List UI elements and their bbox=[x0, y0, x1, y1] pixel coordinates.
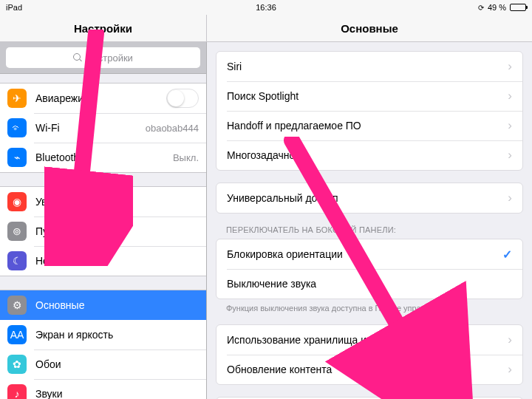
sidebar-icon: ◉ bbox=[7, 192, 27, 211]
sidebar-item-основные[interactable]: ⚙Основные bbox=[0, 290, 206, 320]
chevron-right-icon: › bbox=[508, 89, 512, 103]
detail-row-siri[interactable]: Siri› bbox=[216, 52, 522, 81]
clock: 16:36 bbox=[256, 3, 276, 12]
detail-row-label: Использование хранилища и iCloud bbox=[227, 334, 399, 346]
sidebar-item-label: Обои bbox=[35, 358, 61, 370]
toggle[interactable] bbox=[166, 89, 199, 108]
sidebar-item-label: Уведомления bbox=[35, 196, 100, 208]
detail-row-обновление-контента[interactable]: Обновление контента› bbox=[216, 355, 522, 384]
sidebar-item-уведомления[interactable]: ◉Уведомления bbox=[0, 187, 206, 216]
detail-title: Основные bbox=[207, 15, 532, 41]
detail-row-label: Блокировка ориентации bbox=[227, 248, 343, 260]
sidebar-item-авиарежим[interactable]: ✈Авиарежим bbox=[0, 83, 206, 113]
detail-row-label: Handoff и предлагаемое ПО bbox=[227, 120, 361, 132]
detail-pane: Siri›Поиск Spotlight›Handoff и предлагае… bbox=[207, 42, 532, 399]
sidebar-item-пункт-управления[interactable]: ⊚Пункт управления bbox=[0, 216, 206, 246]
detail-row-label: Универсальный доступ bbox=[227, 192, 338, 204]
sidebar-icon: AА bbox=[7, 325, 27, 344]
status-bar: iPad 16:36 ⟳ 49 % bbox=[0, 0, 532, 15]
detail-row-использование-хранилища-и-icloud[interactable]: Использование хранилища и iCloud› bbox=[216, 325, 522, 355]
rotation-lock-icon: ⟳ bbox=[478, 4, 484, 12]
chevron-right-icon: › bbox=[508, 332, 512, 347]
battery-percent: 49 % bbox=[488, 3, 506, 12]
sidebar-item-value: obaobab444 bbox=[146, 123, 199, 134]
sidebar-item-label: Экран и яркость bbox=[35, 329, 113, 341]
search-placeholder: Настройки bbox=[86, 52, 133, 64]
battery-icon bbox=[510, 4, 526, 11]
sidebar-icon: ✈ bbox=[7, 89, 27, 108]
search-icon bbox=[73, 53, 82, 62]
chevron-right-icon: › bbox=[508, 148, 512, 163]
sidebar-item-звуки[interactable]: ♪Звуки bbox=[0, 379, 206, 399]
header-bar: Настройки Основные bbox=[0, 15, 532, 42]
chevron-right-icon: › bbox=[508, 118, 512, 133]
sidebar-item-label: Пункт управления bbox=[35, 225, 123, 237]
sidebar-title: Настройки bbox=[0, 15, 207, 41]
section-header-switch: ПЕРЕКЛЮЧАТЕЛЬ НА БОКОВОЙ ПАНЕЛИ: bbox=[226, 225, 523, 234]
detail-row-label: Поиск Spotlight bbox=[227, 90, 299, 102]
detail-row-блокировка-ориентации[interactable]: Блокировка ориентации✓ bbox=[216, 239, 522, 269]
detail-row-label: Многозадачность bbox=[227, 149, 310, 161]
device-label: iPad bbox=[6, 3, 22, 12]
sidebar-icon: ⊚ bbox=[7, 222, 27, 241]
detail-row-label: Обновление контента bbox=[227, 364, 332, 375]
sidebar-item-label: Звуки bbox=[35, 388, 63, 399]
sidebar-item-экран-и-яркость[interactable]: AАЭкран и яркость bbox=[0, 320, 206, 349]
checkmark-icon: ✓ bbox=[502, 248, 512, 262]
detail-row-поиск-spotlight[interactable]: Поиск Spotlight› bbox=[216, 81, 522, 111]
sidebar-item-label: Основные bbox=[35, 299, 84, 311]
chevron-right-icon: › bbox=[508, 191, 512, 205]
sidebar-icon: ✿ bbox=[7, 355, 27, 374]
chevron-right-icon: › bbox=[508, 59, 512, 74]
chevron-right-icon: › bbox=[508, 362, 512, 377]
sidebar-item-обои[interactable]: ✿Обои bbox=[0, 349, 206, 379]
sidebar-item-wi-fi[interactable]: ᯤWi-Fiobaobab444 bbox=[0, 113, 206, 143]
sidebar: Настройки ✈АвиарежимᯤWi-Fiobaobab444⌁Blu… bbox=[0, 42, 207, 399]
detail-row-label: Siri bbox=[227, 61, 242, 72]
sidebar-item-label: Не беспокоить bbox=[35, 255, 106, 267]
detail-row-label: Выключение звука bbox=[227, 278, 316, 290]
sidebar-icon: ♪ bbox=[7, 384, 27, 399]
detail-row-handoff-и-предлагаемое-по[interactable]: Handoff и предлагаемое ПО› bbox=[216, 111, 522, 140]
detail-row-выключение-звука[interactable]: Выключение звука bbox=[216, 269, 522, 299]
detail-row-универсальный-доступ[interactable]: Универсальный доступ› bbox=[216, 183, 522, 213]
sidebar-icon: ⚙ bbox=[7, 296, 27, 315]
sidebar-icon: ☾ bbox=[7, 251, 27, 270]
sidebar-icon: ᯤ bbox=[7, 118, 27, 137]
section-footer-switch: Функция выключения звука доступна в Пунк… bbox=[226, 304, 523, 313]
sidebar-item-label: Bluetooth bbox=[35, 151, 79, 163]
sidebar-item-label: Авиарежим bbox=[35, 92, 91, 104]
sidebar-icon: ⌁ bbox=[7, 148, 27, 167]
sidebar-item-label: Wi-Fi bbox=[35, 122, 60, 134]
search-input[interactable]: Настройки bbox=[6, 47, 200, 68]
sidebar-item-bluetooth[interactable]: ⌁BluetoothВыкл. bbox=[0, 143, 206, 172]
detail-row-многозадачность[interactable]: Многозадачность› bbox=[216, 140, 522, 170]
sidebar-item-не-беспокоить[interactable]: ☾Не беспокоить bbox=[0, 246, 206, 276]
sidebar-item-value: Выкл. bbox=[173, 152, 199, 163]
